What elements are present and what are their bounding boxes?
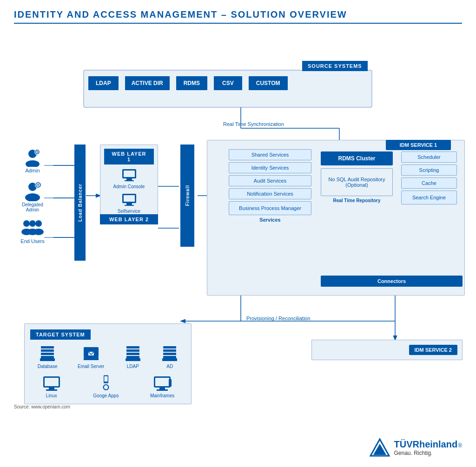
svg-rect-47 xyxy=(41,353,54,355)
load-balancer: Load Balancer xyxy=(74,145,86,261)
source-custom: CUSTOM xyxy=(249,76,288,90)
source-note: Source: www.openiam.com xyxy=(14,404,70,409)
idm-service2-container: IDM SERVICE 2 xyxy=(311,340,463,360)
tuv-reg: ® xyxy=(458,442,462,449)
svg-rect-60 xyxy=(126,358,140,361)
rdms-cluster-label: RDMS Cluster xyxy=(321,151,393,165)
target-ldap: LDAP xyxy=(125,345,141,369)
svg-point-36 xyxy=(33,229,44,235)
svg-rect-44 xyxy=(125,205,134,206)
audit-services: Audit Services xyxy=(229,175,311,186)
svg-rect-61 xyxy=(163,346,176,349)
database-label: Database xyxy=(38,364,58,369)
svg-rect-48 xyxy=(41,356,54,358)
scheduler-service: Scheduler xyxy=(401,151,457,163)
tuv-logo: TÜVRheinland ® Genau. Richtig. xyxy=(370,437,462,458)
source-systems-label: SOURCE SYSTEMS xyxy=(302,61,368,71)
idm-service1-label-box: IDM SERVICE 1 xyxy=(386,140,451,150)
services-label: Services xyxy=(229,217,311,223)
web-layer2-label: WEB LAYER 2 xyxy=(100,214,158,224)
svg-rect-54 xyxy=(84,357,99,360)
svg-rect-69 xyxy=(46,389,57,391)
ad-label: AD xyxy=(161,364,178,369)
svg-rect-78 xyxy=(169,379,172,387)
endusers-label: End Users xyxy=(16,238,49,244)
target-system-label: TARGET SYSTEM xyxy=(30,329,91,340)
svg-rect-38 xyxy=(124,171,135,177)
svg-marker-80 xyxy=(373,444,386,455)
idm-service2-label: IDM SERVICE 2 xyxy=(409,345,458,355)
firewall: Firewall xyxy=(180,145,194,247)
mainframes-label: Mainframes xyxy=(150,393,174,398)
target-mainframes: Mainframes xyxy=(150,375,174,398)
svg-rect-64 xyxy=(163,356,176,358)
user-admin: Admin xyxy=(19,148,46,173)
svg-rect-39 xyxy=(126,178,132,180)
google-apps-label: Googe Apps xyxy=(93,393,119,398)
web-layer1-container: WEB LAYER 1 Admin Console xyxy=(100,145,158,218)
source-systems-row: LDAP ACTIVE DIR RDMS CSV CUSTOM xyxy=(88,76,288,90)
target-database: Database xyxy=(38,345,58,369)
target-linux: Linux xyxy=(41,375,62,398)
diagram-area: SOURCE SYSTEMS LDAP ACTIVE DIR RDMS CSV … xyxy=(14,33,460,414)
delegated-label: Delegated Admin xyxy=(16,202,49,212)
svg-point-73 xyxy=(104,385,108,389)
idm-service2-area: IDM SERVICE 2 xyxy=(311,340,463,360)
svg-rect-71 xyxy=(104,376,107,382)
svg-point-33 xyxy=(29,220,36,227)
source-ldap: LDAP xyxy=(88,76,119,90)
idm1-right-services: Scheduler Scripting Cache Search Engine xyxy=(401,151,457,206)
svg-point-31 xyxy=(23,220,30,227)
notification-services: Notification Services xyxy=(229,188,311,199)
svg-rect-77 xyxy=(157,389,168,391)
services-container: Shared Services Identity Services Audit … xyxy=(229,149,311,223)
search-engine-service: Search Engine xyxy=(401,191,457,204)
svg-rect-76 xyxy=(159,388,165,389)
target-system-container: TARGET SYSTEM Database xyxy=(24,323,192,404)
cache-service: Cache xyxy=(401,178,457,189)
admin-console-item: Admin Console xyxy=(104,168,154,189)
source-rdms: RDMS xyxy=(176,76,207,90)
load-balancer-label: Load Balancer xyxy=(78,184,83,222)
source-csv: CSV xyxy=(214,76,242,90)
svg-rect-59 xyxy=(126,356,139,358)
svg-rect-57 xyxy=(126,349,139,352)
svg-rect-62 xyxy=(163,349,176,352)
svg-rect-56 xyxy=(126,346,139,349)
tuv-tagline: Genau. Richtig. xyxy=(394,450,462,456)
title-divider xyxy=(14,23,462,24)
email-server-label: Email Server xyxy=(78,364,104,369)
svg-rect-68 xyxy=(49,388,54,389)
provisioning-label: Provisioning / Reconciliation xyxy=(246,316,311,321)
shared-services: Shared Services xyxy=(229,149,311,160)
svg-rect-51 xyxy=(85,348,98,350)
realtime-repo-label: Real Time Repository xyxy=(321,198,393,203)
svg-rect-67 xyxy=(45,378,59,386)
target-row2: Linux Googe Apps xyxy=(30,375,185,398)
ldap-label: LDAP xyxy=(125,364,141,369)
target-google-apps: Googe Apps xyxy=(93,375,119,398)
svg-rect-75 xyxy=(155,378,169,386)
idm-service1-label: IDM SERVICE 1 xyxy=(386,140,451,150)
business-process-manager: Business Process Manager xyxy=(229,201,311,215)
target-email: Email Server xyxy=(78,345,104,369)
tuv-name: TÜVRheinland xyxy=(394,439,457,450)
identity-services: Identity Services xyxy=(229,162,311,173)
connectors-bar: Connectors xyxy=(321,276,463,287)
svg-rect-45 xyxy=(41,346,54,349)
target-ad: AD xyxy=(161,345,178,369)
svg-rect-40 xyxy=(125,180,134,181)
selfservice-label: Selfservice xyxy=(104,209,154,214)
source-activedir: ACTIVE DIR xyxy=(125,76,170,90)
user-endusers: End Users xyxy=(16,219,49,244)
user-delegated: Delegated Admin xyxy=(16,181,49,212)
selfservice-item: Selfservice xyxy=(104,193,154,214)
tuv-triangle-icon xyxy=(370,437,390,458)
firewall-label: Firewall xyxy=(185,185,190,206)
svg-rect-43 xyxy=(126,203,132,205)
linux-label: Linux xyxy=(41,393,62,398)
scripting-service: Scripting xyxy=(401,164,457,176)
svg-rect-65 xyxy=(162,358,177,361)
svg-point-35 xyxy=(35,220,42,227)
rdms-area: RDMS Cluster No SQL Audit Repository (Op… xyxy=(321,151,393,203)
